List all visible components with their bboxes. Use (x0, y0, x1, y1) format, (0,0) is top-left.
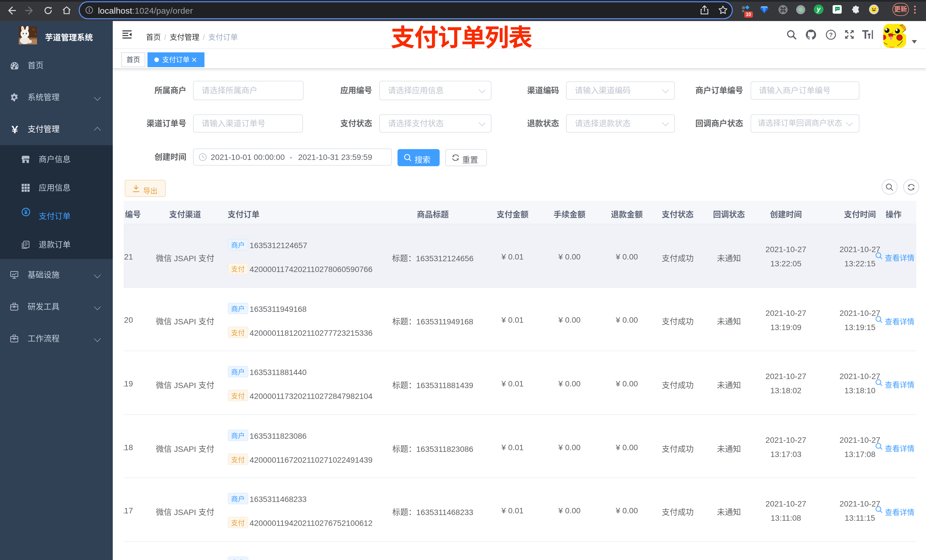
svg-text:?: ? (829, 31, 832, 38)
